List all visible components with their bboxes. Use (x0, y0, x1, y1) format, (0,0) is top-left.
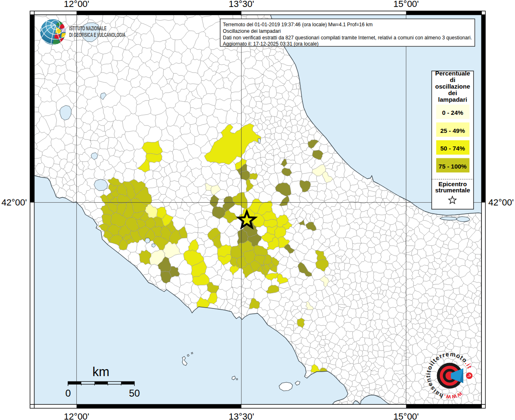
svg-text:oscillazione: oscillazione (435, 83, 470, 90)
svg-text:13°30': 13°30' (229, 0, 254, 9)
svg-text:0 - 24%: 0 - 24% (442, 109, 463, 116)
svg-text:strumentale: strumentale (435, 187, 470, 194)
svg-text:12°00': 12°00' (64, 0, 89, 9)
svg-text:50: 50 (129, 388, 140, 399)
svg-text:di: di (450, 76, 455, 83)
svg-text:75 - 100%: 75 - 100% (439, 163, 467, 170)
svg-text:DI GEOFISICA E VULCANOLOGIA: DI GEOFISICA E VULCANOLOGIA (69, 31, 126, 38)
svg-text:Dati non verificati estratti d: Dati non verificati estratti da 827 ques… (223, 35, 472, 41)
svg-text:ISTITUTO NAZIONALE: ISTITUTO NAZIONALE (69, 25, 107, 32)
svg-text:Terremoto del 01-01-2019 19:37: Terremoto del 01-01-2019 19:37:46 (ora l… (223, 22, 373, 27)
svg-text:12°00': 12°00' (64, 411, 89, 420)
svg-text:dei: dei (448, 89, 457, 96)
svg-text:Percentuale: Percentuale (435, 70, 470, 77)
svg-text:15°00': 15°00' (394, 411, 419, 420)
svg-text:25 - 49%: 25 - 49% (440, 127, 465, 134)
svg-text:42°00': 42°00' (488, 197, 514, 208)
svg-text:km: km (92, 365, 109, 379)
svg-text:Aggiornato il: 17-12-2025 03:3: Aggiornato il: 17-12-2025 03:31 (ora loc… (223, 41, 318, 47)
svg-text:50 - 74%: 50 - 74% (440, 145, 465, 152)
svg-text:Oscillazione dei lampadari: Oscillazione dei lampadari (223, 28, 281, 34)
svg-text:13°30': 13°30' (229, 411, 254, 420)
svg-text:15°00': 15°00' (394, 0, 419, 9)
svg-text:42°00': 42°00' (2, 197, 27, 208)
svg-text:lampadari: lampadari (438, 96, 467, 103)
svg-text:0: 0 (65, 388, 71, 399)
